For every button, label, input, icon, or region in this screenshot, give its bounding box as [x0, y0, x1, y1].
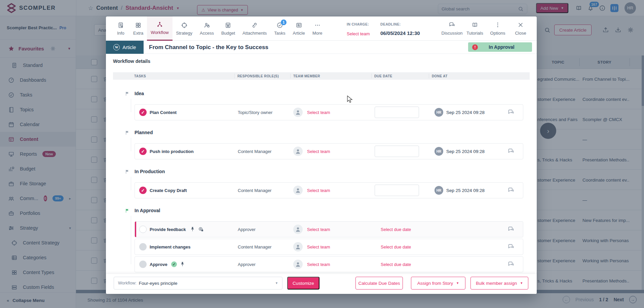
workflow-stage-header: Planned [125, 128, 530, 137]
task-state-icon[interactable] [139, 261, 147, 268]
tab-label: Info [117, 31, 124, 36]
in-charge-block: IN CHARGE: Select team [347, 21, 370, 36]
tasks-tab-icon: 1 [276, 22, 283, 29]
workflow-task-row[interactable]: Provide feedback Approver Select team Se… [135, 221, 523, 237]
team-member-avatar-icon[interactable] [293, 242, 303, 252]
select-due-date-link[interactable]: Select due date [381, 227, 411, 232]
action-label: Close [515, 31, 526, 36]
workflow-stage-header: In Production [125, 167, 530, 176]
chevron-down-icon: ▼ [275, 281, 278, 285]
tab-label: More [312, 31, 323, 36]
in-charge-select-team-link[interactable]: Select team [347, 31, 370, 36]
due-date-input[interactable] [375, 146, 419, 157]
tab-extra[interactable]: Extra [129, 16, 147, 41]
task-discussion-icon[interactable] [507, 187, 515, 194]
workflow-task-row[interactable]: Implement changes Content Manager Select… [135, 239, 523, 255]
calculate-due-dates-button[interactable]: Calculate Due Dates [355, 277, 403, 290]
workflow-task-row[interactable]: ✓ Plan Content Topic/Story owner Select … [135, 104, 523, 120]
flag-icon [125, 91, 130, 96]
select-team-link[interactable]: Select team [307, 110, 330, 115]
team-member-avatar-icon[interactable] [293, 225, 303, 234]
task-discussion-icon[interactable] [507, 261, 515, 268]
done-at-cell: HRSep 25 2024 09:28 [434, 147, 485, 156]
options-button[interactable]: Options [486, 16, 509, 41]
workflow-task-row[interactable]: ✓ Push into production Content Manager S… [135, 143, 523, 159]
task-name: Push into production [150, 149, 194, 154]
discussion-button[interactable]: Discussion [441, 16, 463, 41]
due-date-input[interactable] [375, 185, 419, 196]
attachments-tab-icon [251, 22, 258, 29]
flag-icon [125, 169, 130, 174]
column-divider [290, 74, 291, 78]
task-discussion-icon[interactable] [507, 148, 515, 155]
team-member-avatar-icon[interactable] [293, 108, 303, 117]
flag-icon [125, 130, 130, 135]
tab-info[interactable]: Info [112, 16, 129, 41]
done-at-cell: HRSep 25 2024 09:28 [434, 108, 485, 117]
workflow-select[interactable]: Workflow: Four-eyes principle ▼ [114, 277, 282, 290]
article-tab-icon [296, 22, 302, 29]
task-responsible-role: Content Manager [238, 149, 271, 154]
tab-attachments[interactable]: Attachments [239, 16, 270, 41]
customize-button[interactable]: Customize [287, 277, 319, 290]
tab-article[interactable]: Article [289, 16, 309, 41]
tab-workflow[interactable]: Workflow [147, 16, 172, 41]
team-member-avatar-icon[interactable] [293, 260, 303, 269]
tab-more[interactable]: More [309, 16, 326, 41]
in-charge-label: IN CHARGE: [347, 22, 369, 26]
select-team-link[interactable]: Select team [307, 227, 330, 232]
bulk-member-assign-button[interactable]: Bulk member assign ▼ [470, 277, 528, 290]
tab-access[interactable]: Access [196, 16, 218, 41]
workflow-task-row[interactable]: Approve ✓ Approver Select team Select du… [135, 256, 523, 272]
tab-label: Workflow [151, 30, 168, 35]
deadline-value[interactable]: 06/05/2024 12:30 [380, 30, 420, 36]
status-badge[interactable]: ! In Approval [468, 42, 532, 52]
task-state-icon[interactable]: ✓ [139, 148, 147, 155]
tab-tasks[interactable]: 1 Tasks [270, 16, 289, 41]
team-member-avatar-icon[interactable] [293, 147, 303, 156]
task-state-icon[interactable]: ✓ [139, 187, 147, 194]
task-name: Create Copy Draft [150, 188, 187, 193]
done-by-avatar: HR [434, 108, 443, 117]
task-state-icon[interactable]: ✓ [139, 109, 147, 116]
article-type-badge: W Article [106, 41, 144, 54]
done-at-cell: HRSep 25 2024 09:28 [434, 186, 485, 195]
select-due-date-link[interactable]: Select due date [381, 244, 411, 249]
select-team-link[interactable]: Select team [307, 262, 330, 267]
tutorials-button[interactable]: Tutorials [463, 16, 486, 41]
task-state-icon[interactable] [139, 243, 147, 251]
column-divider [234, 74, 235, 78]
chevron-down-icon: ▼ [520, 281, 523, 285]
workflow-stage-header: Idea [125, 89, 530, 98]
due-date-input[interactable] [375, 107, 419, 118]
task-discussion-icon[interactable] [507, 243, 515, 251]
application-root: SCOMPLER ☆ Content / Standard-Ansicht ▼ … [0, 0, 644, 308]
task-discussion-icon[interactable] [507, 226, 515, 233]
workflow-tab-icon [156, 21, 163, 28]
task-discussion-icon[interactable] [507, 109, 515, 116]
select-due-date-link[interactable]: Select due date [381, 262, 411, 267]
workflow-details-heading: Workflow details [113, 59, 530, 64]
task-responsible-role: Topic/Story owner [238, 110, 272, 115]
tab-strategy[interactable]: Strategy [173, 16, 196, 41]
assign-from-story-button[interactable]: Assign from Story ▼ [411, 277, 465, 290]
team-member-avatar-icon[interactable] [293, 186, 303, 195]
access-tab-icon [203, 22, 210, 29]
workflow-stage-name: Idea [135, 91, 144, 96]
tab-label: Extra [133, 31, 143, 36]
select-team-link[interactable]: Select team [307, 188, 330, 193]
tab-label: Budget [221, 31, 235, 36]
workflow-column-responsible-role-s: RESPONSIBLE ROLE(S) [237, 72, 279, 80]
tab-budget[interactable]: Budget [218, 16, 239, 41]
budget-tab-icon [225, 22, 231, 29]
task-state-icon[interactable] [139, 226, 147, 233]
close-button[interactable]: Close [509, 16, 532, 41]
mouse-cursor [347, 95, 353, 105]
status-label: In Approval [478, 44, 525, 50]
workflow-task-row[interactable]: ✓ Create Copy Draft Content Manager Sele… [135, 182, 523, 198]
workflow-column-done-at: DONE AT [432, 72, 448, 80]
select-team-link[interactable]: Select team [307, 149, 330, 154]
tutorials-icon [471, 22, 478, 28]
select-team-link[interactable]: Select team [307, 244, 330, 249]
workflow-column-team-member: TEAM MEMBER [293, 72, 320, 80]
